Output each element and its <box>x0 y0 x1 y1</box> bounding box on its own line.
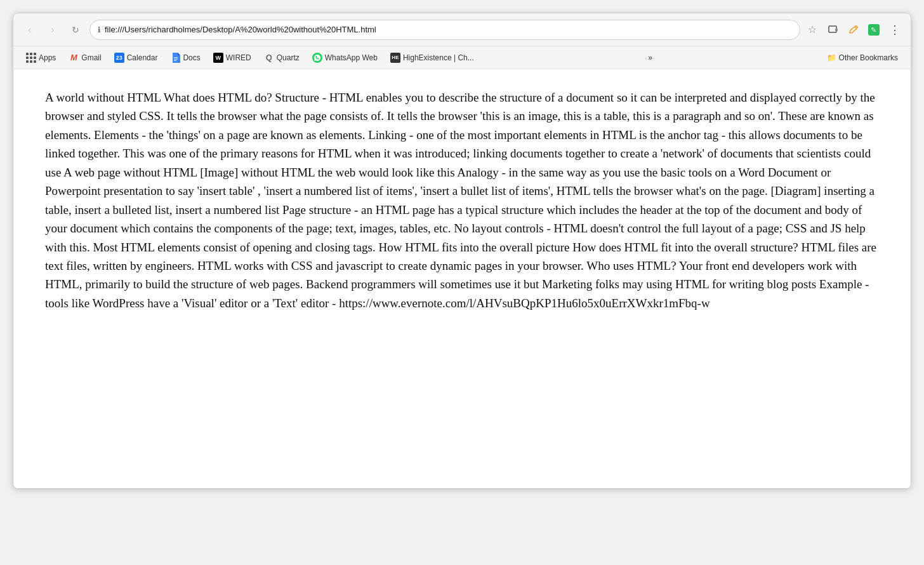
bookmark-highexistence[interactable]: HE HighExistence | Ch... <box>385 50 479 65</box>
svg-rect-7 <box>174 57 178 58</box>
other-bookmarks-label: Other Bookmarks <box>839 53 898 62</box>
bookmark-whatsapp-label: WhatsApp Web <box>325 53 378 62</box>
gmail-icon: M <box>69 53 79 63</box>
bookmark-quartz-label: Quartz <box>277 53 300 62</box>
bookmark-gmail[interactable]: M Gmail <box>63 50 106 65</box>
svg-marker-6 <box>178 53 180 55</box>
wired-icon: W <box>213 53 223 63</box>
folder-icon: 📁 <box>827 53 836 62</box>
bookmark-apps-label: Apps <box>39 53 56 62</box>
browser-window: ‹ › ↻ ℹ file:///Users/richardholmes/Desk… <box>13 13 911 489</box>
bookmark-wired[interactable]: W WIRED <box>208 50 256 65</box>
back-button[interactable]: ‹ <box>21 21 39 39</box>
reload-button[interactable]: ↻ <box>67 21 84 39</box>
forward-button[interactable]: › <box>44 21 62 39</box>
more-bookmarks-chevron: » <box>648 53 652 62</box>
quartz-icon: Q <box>264 53 274 63</box>
more-bookmarks-button[interactable]: » <box>643 51 657 65</box>
edit-extension-button[interactable] <box>845 21 862 39</box>
screenshot-extension-button[interactable] <box>824 21 842 39</box>
navigation-bar: ‹ › ↻ ℹ file:///Users/richardholmes/Desk… <box>13 13 911 46</box>
svg-line-2 <box>855 27 857 29</box>
info-icon: ℹ <box>98 25 101 34</box>
bookmark-he-label: HighExistence | Ch... <box>403 53 474 62</box>
extension-icons: ✎ ⋮ <box>824 21 903 39</box>
bookmark-gmail-label: Gmail <box>81 53 101 62</box>
svg-rect-9 <box>174 60 176 61</box>
chrome-menu-button[interactable]: ⋮ <box>885 21 903 39</box>
svg-rect-8 <box>174 58 178 59</box>
address-bar[interactable]: ℹ file:///Users/richardholmes/Desktop/A%… <box>89 20 800 40</box>
page-content: A world without HTML What does HTML do? … <box>13 69 911 488</box>
bookmark-quartz[interactable]: Q Quartz <box>259 50 305 65</box>
bookmark-calendar-label: Calendar <box>127 53 158 62</box>
docs-icon <box>170 53 180 63</box>
he-icon: HE <box>390 53 400 63</box>
svg-rect-1 <box>835 29 838 31</box>
svg-text:✎: ✎ <box>871 26 876 34</box>
calendar-icon: 23 <box>114 53 124 63</box>
bookmark-apps[interactable]: Apps <box>21 50 61 65</box>
bookmark-star-button[interactable]: ☆ <box>805 21 819 38</box>
menu-dots-icon: ⋮ <box>889 23 900 37</box>
bookmark-docs[interactable]: Docs <box>165 50 205 65</box>
bookmark-whatsapp[interactable]: WhatsApp Web <box>307 50 383 65</box>
other-bookmarks-folder[interactable]: 📁 Other Bookmarks <box>822 51 903 65</box>
bookmark-wired-label: WIRED <box>226 53 251 62</box>
bookmark-calendar[interactable]: 23 Calendar <box>109 50 163 65</box>
apps-icon <box>26 53 36 63</box>
bookmark-docs-label: Docs <box>183 53 200 62</box>
whatsapp-icon <box>312 53 322 63</box>
bookmarks-bar: Apps M Gmail 23 Calendar <box>13 46 911 69</box>
page-body-text: A world without HTML What does HTML do? … <box>45 88 879 312</box>
evernote-extension-button[interactable]: ✎ <box>865 21 883 39</box>
url-text: file:///Users/richardholmes/Desktop/A%20… <box>105 25 792 34</box>
